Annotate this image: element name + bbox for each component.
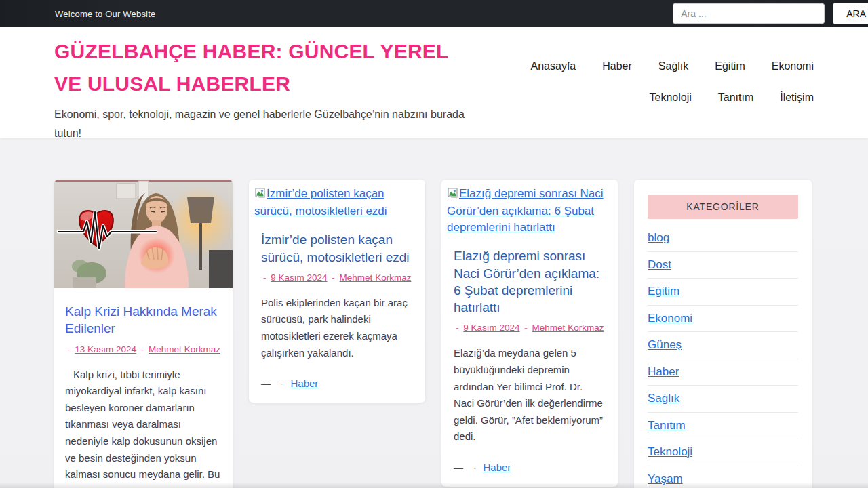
sidebar-category-link[interactable]: Dost	[648, 252, 798, 279]
search-form: ARA	[673, 3, 868, 24]
post-meta: - 9 Kasım 2024 - Mehmet Korkmaz	[454, 323, 606, 333]
post-thumbnail[interactable]	[54, 180, 233, 288]
site-header: GÜZELBAHÇE HABER: GÜNCEL YEREL VE ULUSAL…	[0, 27, 868, 138]
meta-dash: -	[524, 323, 528, 333]
meta-dash: -	[141, 344, 144, 354]
sidebar-category-link[interactable]: blog	[648, 225, 798, 252]
post-body: İzmir’de polisten kaçan sürücü, motosikl…	[253, 231, 421, 389]
post-category-link[interactable]: Haber	[483, 462, 511, 473]
meta-dash: -	[263, 272, 267, 283]
top-bar: Welcome to Our Website ARA	[0, 0, 868, 27]
nav-link[interactable]: Haber	[602, 60, 632, 73]
post-body: Kalp Krizi Hakkında Merak Edilenler - 13…	[54, 288, 233, 488]
site-tagline: Ekonomi, spor, teknoloji, magazin ve gen…	[54, 105, 475, 143]
post-excerpt: Polis ekiplerinden kaçan bir araç sürücü…	[261, 295, 413, 361]
footer-dash: —	[261, 378, 270, 389]
post-author-link[interactable]: Mehmet Korkmaz	[340, 272, 412, 283]
nav-link[interactable]: İletişim	[780, 92, 814, 104]
post-footer: — - Haber	[454, 462, 606, 473]
meta-dash: -	[281, 378, 284, 389]
meta-dash: -	[332, 272, 335, 283]
broken-image-icon	[447, 187, 458, 203]
page: Welcome to Our Website ARA GÜZELBAHÇE HA…	[0, 0, 868, 488]
post-card: Elazığ depremi sonrası Naci Görür’den aç…	[441, 180, 618, 487]
search-button[interactable]: ARA	[833, 3, 868, 24]
footer-dash: —	[454, 462, 462, 473]
post-title-link[interactable]: İzmir’de polisten kaçan sürücü, motosikl…	[261, 231, 413, 266]
sidebar-category-link[interactable]: Yaşam	[648, 466, 798, 488]
post-card: Kalp Krizi Hakkında Merak Edilenler - 13…	[54, 180, 233, 488]
broken-image-alt-text: İzmir’de polisten kaçan sürücü, motosikl…	[254, 187, 387, 218]
sidebar: KATEGORİLER blogDostEğitimEkonomiGüneşHa…	[634, 180, 812, 488]
broken-image-link[interactable]: İzmir’de polisten kaçan sürücü, motosikl…	[253, 183, 421, 220]
post-date-link[interactable]: 13 Kasım 2024	[75, 344, 136, 354]
sidebar-category-link[interactable]: Eğitim	[648, 279, 798, 306]
welcome-text: Welcome to Our Website	[55, 9, 155, 19]
broken-image-link[interactable]: Elazığ depremi sonrası Naci Görür’den aç…	[446, 183, 614, 236]
sidebar-category-link[interactable]: Sağlık	[648, 386, 798, 413]
post-author-link[interactable]: Mehmet Korkmaz	[532, 323, 604, 333]
nav-link[interactable]: Teknoloji	[649, 92, 691, 104]
branding: GÜZELBAHÇE HABER: GÜNCEL YEREL VE ULUSAL…	[54, 35, 488, 138]
search-input[interactable]	[673, 3, 825, 24]
categories-list: blogDostEğitimEkonomiGüneşHaberSağlıkTan…	[648, 225, 798, 488]
site-title-link[interactable]: GÜZELBAHÇE HABER: GÜNCEL YEREL VE ULUSAL…	[54, 35, 478, 100]
post-excerpt: Kalp krizi, tıbbi terimiyle miyokardiyal…	[65, 367, 222, 483]
post-title-link[interactable]: Kalp Krizi Hakkında Merak Edilenler	[65, 303, 222, 338]
post-footer: — - Haber	[261, 378, 413, 389]
meta-dash: -	[456, 323, 459, 333]
heart-attack-photo	[54, 180, 233, 288]
categories-widget-title: KATEGORİLER	[648, 195, 798, 219]
post-card: İzmir’de polisten kaçan sürücü, motosikl…	[249, 180, 425, 403]
nav-link[interactable]: Anasayfa	[531, 60, 576, 73]
sidebar-category-link[interactable]: Teknoloji	[648, 439, 798, 466]
post-excerpt: Elazığ’da meydana gelen 5 büyüklüğündeki…	[454, 345, 606, 445]
meta-dash: -	[473, 462, 477, 473]
nav-link[interactable]: Tanıtım	[718, 92, 753, 104]
broken-image-alt-text: Elazığ depremi sonrası Naci Görür’den aç…	[447, 187, 604, 234]
post-body: Elazığ depremi sonrası Naci Görür’den aç…	[446, 247, 614, 473]
nav-link[interactable]: Sağlık	[658, 60, 688, 73]
post-meta: - 13 Kasım 2024 - Mehmet Korkmaz	[65, 344, 222, 354]
main-nav: AnasayfaHaberSağlıkEğitimEkonomiTeknoloj…	[490, 60, 814, 138]
nav-list: AnasayfaHaberSağlıkEğitimEkonomiTeknoloj…	[490, 60, 814, 104]
meta-dash: -	[67, 344, 71, 354]
post-author-link[interactable]: Mehmet Korkmaz	[149, 344, 220, 354]
post-date-link[interactable]: 9 Kasım 2024	[463, 323, 519, 333]
sidebar-category-link[interactable]: Haber	[648, 359, 798, 386]
nav-link[interactable]: Ekonomi	[772, 60, 814, 73]
broken-image-icon	[254, 187, 266, 203]
nav-link[interactable]: Eğitim	[715, 60, 745, 73]
sidebar-category-link[interactable]: Güneş	[648, 332, 798, 359]
post-meta: - 9 Kasım 2024 - Mehmet Korkmaz	[261, 272, 413, 283]
post-title-link[interactable]: Elazığ depremi sonrası Naci Görür’den aç…	[454, 247, 606, 316]
sidebar-category-link[interactable]: Tanıtım	[648, 413, 798, 440]
sidebar-category-link[interactable]: Ekonomi	[648, 306, 798, 333]
post-category-link[interactable]: Haber	[290, 378, 318, 389]
post-date-link[interactable]: 9 Kasım 2024	[271, 272, 327, 283]
main-content: Kalp Krizi Hakkında Merak Edilenler - 13…	[0, 138, 868, 488]
